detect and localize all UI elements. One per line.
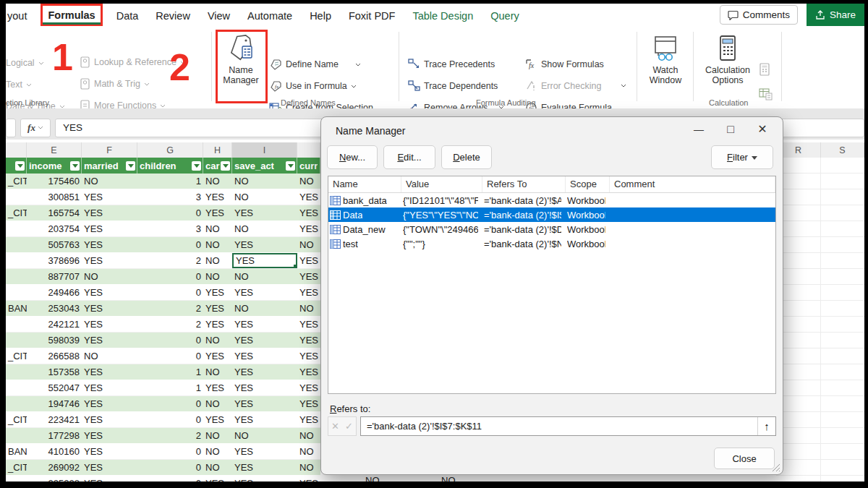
cell[interactable]: YES [232, 317, 297, 332]
comments-button[interactable]: Comments [720, 5, 798, 25]
list-column-header[interactable]: Comment [610, 176, 775, 192]
tab-table-design[interactable]: Table Design [411, 5, 475, 25]
cell[interactable]: 194746 [27, 396, 82, 411]
cell[interactable] [6, 380, 27, 395]
cell[interactable]: 598039 [27, 333, 82, 348]
cell[interactable]: YES [232, 285, 297, 300]
cell[interactable]: 203754 [27, 221, 82, 236]
cell[interactable]: YES [297, 333, 320, 348]
error-checking-button[interactable]: Error Checking [525, 80, 626, 91]
cell[interactable]: YES [232, 380, 297, 395]
share-button[interactable]: Share [807, 4, 864, 26]
edit-button[interactable]: Edit... [383, 145, 435, 169]
cell[interactable]: YES [297, 412, 320, 427]
ribbon-item-math-trig[interactable]: Math & Trig [80, 78, 150, 90]
cell[interactable]: YES [203, 412, 232, 427]
cell[interactable]: YES [82, 221, 137, 236]
cell[interactable]: 0 [137, 285, 203, 300]
cell[interactable] [6, 364, 27, 380]
cell[interactable]: 410160 [27, 444, 82, 459]
cell[interactable]: YES [232, 205, 297, 221]
collapse-dialog-icon[interactable]: ↑ [757, 417, 775, 435]
refers-to-input[interactable]: ='bank-data (2)'!$I$7:$K$11 ↑ [360, 416, 776, 436]
cell[interactable]: YES [203, 301, 232, 316]
tab-formulas[interactable]: Formulas [43, 6, 100, 25]
ribbon-item-logical[interactable]: Logical [6, 58, 44, 68]
cell[interactable]: NO [82, 269, 137, 284]
cell[interactable]: NO [82, 348, 137, 364]
cell[interactable]: YES [232, 444, 297, 459]
cell[interactable]: 2 [137, 317, 203, 332]
cell[interactable]: 0 [137, 269, 203, 284]
delete-button[interactable]: Delete [441, 145, 492, 169]
tab-foxit-pdf[interactable]: Foxit PDF [347, 5, 396, 25]
cell[interactable]: 0 [137, 396, 203, 411]
cell[interactable]: YES [232, 460, 297, 475]
cell[interactable]: YES [203, 189, 232, 205]
tab-view[interactable]: View [206, 5, 231, 25]
insert-function-button[interactable]: fx [20, 119, 51, 137]
cell[interactable]: 505763 [27, 237, 82, 252]
cell[interactable]: BAN [6, 301, 27, 316]
filter-dropdown-icon[interactable] [70, 161, 80, 171]
cell[interactable]: 0 [137, 237, 203, 252]
cell[interactable]: YES [297, 205, 320, 221]
column-letter-s[interactable]: S [821, 142, 864, 158]
cell[interactable]: 225228 [27, 476, 82, 481]
cell[interactable]: 2 [137, 428, 203, 443]
cell[interactable]: 157358 [27, 364, 82, 380]
cell[interactable]: YES [297, 476, 320, 481]
cell[interactable]: YES [82, 380, 137, 395]
cell[interactable]: NO [232, 301, 297, 316]
cell[interactable]: NO [203, 444, 232, 459]
empty-cells-area[interactable] [776, 158, 864, 481]
maximize-icon[interactable]: □ [715, 119, 746, 140]
cell[interactable]: YES [82, 301, 137, 316]
cell[interactable]: YES [82, 237, 137, 252]
names-list[interactable]: NameValueRefers ToScopeComment bank_data… [328, 176, 776, 394]
cell[interactable]: YES [232, 237, 297, 252]
cell[interactable]: NO [203, 221, 232, 236]
cell[interactable]: 175460 [27, 174, 82, 189]
tab-review[interactable]: Review [154, 5, 192, 25]
filter-dropdown-icon[interactable] [126, 161, 135, 171]
define-name-button[interactable]: Define Name [269, 59, 361, 70]
filter-dropdown-icon[interactable] [286, 161, 295, 171]
cell[interactable]: NO [203, 333, 232, 348]
cell[interactable]: YES [203, 348, 232, 364]
tab-query[interactable]: Query [489, 5, 521, 25]
column-letter-e[interactable]: E [27, 142, 82, 158]
cell[interactable]: YES [232, 396, 297, 411]
cell[interactable]: YES [82, 460, 137, 475]
cell[interactable]: YES [82, 396, 137, 411]
cell[interactable]: 249466 [27, 285, 82, 300]
name-list-item-bank_data[interactable]: bank_data{"ID12101"\"48"\"FEM...='bank-d… [328, 193, 775, 207]
column-letter-stub[interactable] [297, 142, 320, 158]
close-icon[interactable]: ✕ [746, 119, 778, 140]
cell[interactable]: NO [232, 221, 297, 236]
cell[interactable] [6, 189, 27, 205]
cell[interactable]: 887707 [27, 269, 82, 284]
column-letter-f[interactable]: F [82, 142, 137, 158]
cell[interactable]: YES [82, 333, 137, 348]
cell[interactable]: _CITY [6, 348, 27, 364]
cell[interactable] [6, 396, 27, 411]
cell[interactable]: _CITY [6, 174, 27, 189]
tab-automate[interactable]: Automate [246, 5, 294, 25]
cell[interactable] [6, 333, 27, 348]
cell[interactable] [6, 269, 27, 284]
cell[interactable]: _CITY [6, 412, 27, 427]
cell[interactable] [6, 428, 27, 443]
cell[interactable]: 165754 [27, 205, 82, 221]
cell[interactable] [6, 221, 27, 236]
new-button[interactable]: New... [327, 145, 378, 169]
cell[interactable]: NO [232, 428, 297, 443]
cell[interactable]: 1 [137, 364, 203, 380]
filter-dropdown-icon[interactable] [15, 161, 25, 171]
filter-dropdown-icon[interactable] [192, 161, 201, 171]
cell[interactable]: NO [203, 428, 232, 443]
filter-button[interactable]: Filter [711, 145, 773, 169]
cell[interactable]: YES [297, 348, 320, 364]
cell[interactable]: 269092 [27, 460, 82, 475]
cell[interactable]: BAN [6, 444, 27, 459]
